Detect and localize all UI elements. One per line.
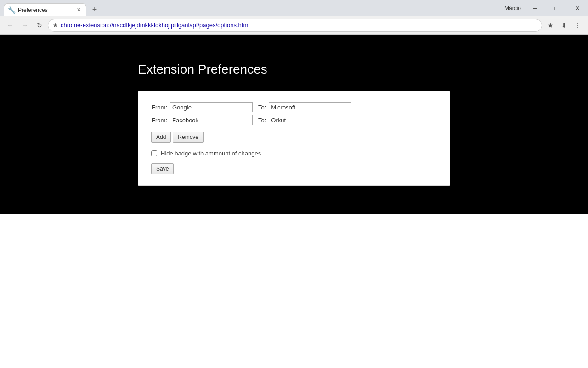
save-button[interactable]: Save bbox=[151, 163, 174, 174]
white-section bbox=[0, 214, 588, 368]
close-button[interactable]: ✕ bbox=[567, 0, 588, 16]
tab-title: Preferences bbox=[18, 7, 73, 13]
checkbox-row: Hide badge with ammount of changes. bbox=[151, 150, 437, 157]
user-name: Márcio bbox=[501, 0, 525, 16]
row-2: From: To: bbox=[151, 115, 437, 125]
from-input-1[interactable] bbox=[170, 102, 253, 112]
reload-button[interactable]: ↻ bbox=[33, 19, 46, 32]
address-bar[interactable]: ★ chrome-extension://nacdfkjejdmkkkldkho… bbox=[48, 19, 542, 32]
bookmark-button[interactable]: ★ bbox=[544, 19, 557, 32]
content-wrapper: Extension Preferences From: To: From: To… bbox=[138, 62, 450, 186]
tab-close-button[interactable]: ✕ bbox=[75, 6, 82, 14]
back-button[interactable]: ← bbox=[4, 19, 17, 32]
menu-button[interactable]: ⋮ bbox=[571, 19, 584, 32]
to-label-2: To: bbox=[258, 117, 266, 124]
from-label-1: From: bbox=[151, 104, 167, 111]
hide-badge-checkbox[interactable] bbox=[151, 150, 157, 156]
save-row: Save bbox=[151, 163, 437, 174]
from-label-2: From: bbox=[151, 117, 167, 124]
toolbar-actions: ★ ⬇ ⋮ bbox=[544, 19, 584, 32]
to-label-1: To: bbox=[258, 104, 266, 111]
browser-tab[interactable]: 🔧 Preferences ✕ bbox=[4, 3, 86, 16]
maximize-button[interactable]: □ bbox=[546, 0, 567, 16]
tab-strip: 🔧 Preferences ✕ + bbox=[0, 0, 501, 16]
toolbar: ← → ↻ ★ chrome-extension://nacdfkjejdmkk… bbox=[0, 16, 588, 34]
download-button[interactable]: ⬇ bbox=[558, 19, 571, 32]
row-1: From: To: bbox=[151, 102, 437, 112]
minimize-button[interactable]: ─ bbox=[525, 0, 546, 16]
preferences-box: From: To: From: To: Add bbox=[138, 91, 450, 186]
forward-button[interactable]: → bbox=[18, 19, 31, 32]
remove-button[interactable]: Remove bbox=[173, 132, 204, 143]
black-section: Extension Preferences From: To: From: To… bbox=[0, 34, 588, 214]
tab-icon: 🔧 bbox=[8, 6, 15, 14]
page-heading: Extension Preferences bbox=[138, 62, 267, 77]
page-content: Extension Preferences From: To: From: To… bbox=[0, 34, 588, 368]
address-icon: ★ bbox=[53, 22, 58, 29]
browser-frame: 🔧 Preferences ✕ + Márcio ─ □ ✕ ← → ↻ ★ c… bbox=[0, 0, 588, 368]
title-bar: 🔧 Preferences ✕ + Márcio ─ □ ✕ bbox=[0, 0, 588, 16]
checkbox-label: Hide badge with ammount of changes. bbox=[161, 150, 263, 157]
add-remove-row: Add Remove bbox=[151, 132, 437, 143]
new-tab-button[interactable]: + bbox=[88, 3, 101, 16]
to-input-2[interactable] bbox=[269, 115, 351, 125]
add-button[interactable]: Add bbox=[151, 132, 171, 143]
to-input-1[interactable] bbox=[269, 102, 351, 112]
address-text: chrome-extension://nacdfkjejdmkkkldkhoji… bbox=[61, 22, 537, 29]
from-input-2[interactable] bbox=[170, 115, 253, 125]
